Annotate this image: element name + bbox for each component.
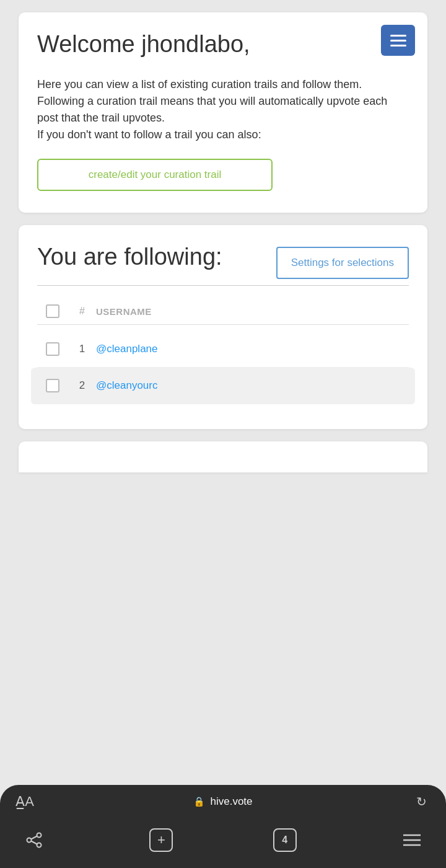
row-2-username[interactable]: @cleanyourc bbox=[96, 379, 409, 392]
add-tab-button[interactable]: + bbox=[149, 828, 173, 852]
menu-button[interactable] bbox=[381, 25, 415, 56]
tab-count-button[interactable]: 4 bbox=[273, 828, 297, 852]
share-button[interactable] bbox=[19, 825, 50, 856]
header-checkbox-col bbox=[37, 304, 68, 318]
reload-icon[interactable]: ↻ bbox=[409, 794, 434, 809]
settings-for-selections-button[interactable]: Settings for selections bbox=[276, 247, 409, 279]
select-all-checkbox[interactable] bbox=[46, 304, 59, 318]
url-bar[interactable]: 🔒 hive.vote bbox=[37, 795, 409, 808]
browser-bar: A̲A 🔒 hive.vote ↻ bbox=[0, 785, 446, 818]
lock-icon: 🔒 bbox=[193, 796, 205, 807]
header-divider bbox=[37, 285, 409, 286]
desc-line-2: Following a curation trail means that yo… bbox=[37, 95, 387, 124]
url-text: hive.vote bbox=[210, 795, 252, 808]
desc-line-1: Here you can view a list of existing cur… bbox=[37, 78, 362, 91]
font-size-icon[interactable]: A̲A bbox=[12, 794, 37, 810]
menu-bar-3 bbox=[390, 45, 406, 46]
row-1-checkbox[interactable] bbox=[46, 342, 59, 356]
row-1-checkbox-col bbox=[37, 342, 68, 356]
desc-line-3: If you don't want to follow a trail you … bbox=[37, 128, 261, 141]
row-1-username[interactable]: @cleanplane bbox=[96, 343, 409, 355]
tab-count-label: 4 bbox=[282, 835, 287, 846]
following-title: You are following: bbox=[37, 244, 222, 270]
row-2-checkbox-col bbox=[37, 379, 68, 392]
menu-bar-1 bbox=[390, 35, 406, 37]
following-card: You are following: Settings for selectio… bbox=[19, 225, 427, 429]
welcome-card: Welcome jhondlabo, Here you can view a l… bbox=[19, 12, 427, 213]
bottom-nav: + 4 bbox=[0, 818, 446, 868]
svg-line-4 bbox=[31, 841, 37, 844]
following-header: You are following: Settings for selectio… bbox=[37, 244, 409, 279]
bottom-card-partial bbox=[19, 441, 427, 472]
hamburger-icon bbox=[403, 834, 421, 846]
svg-point-0 bbox=[37, 833, 42, 838]
row-2-checkbox[interactable] bbox=[46, 379, 59, 392]
row-1-number: 1 bbox=[68, 343, 96, 355]
share-icon bbox=[25, 831, 43, 849]
header-username: USERNAME bbox=[96, 306, 409, 317]
row-2-number: 2 bbox=[68, 379, 96, 392]
svg-line-3 bbox=[31, 836, 37, 839]
header-hash: # bbox=[68, 306, 96, 317]
menu-bar-2 bbox=[390, 40, 406, 42]
add-tab-icon: + bbox=[157, 833, 165, 847]
svg-point-1 bbox=[27, 838, 32, 843]
welcome-title: Welcome jhondlabo, bbox=[37, 31, 409, 58]
create-trail-button[interactable]: create/edit your curation trail bbox=[37, 159, 273, 191]
welcome-description: Here you can view a list of existing cur… bbox=[37, 76, 409, 143]
table-row: 2 @cleanyourc bbox=[31, 368, 415, 404]
table-row: 1 @cleanplane bbox=[37, 331, 409, 368]
svg-point-2 bbox=[37, 843, 42, 848]
hamburger-menu-button[interactable] bbox=[396, 825, 427, 856]
table-header: # USERNAME bbox=[37, 298, 409, 325]
